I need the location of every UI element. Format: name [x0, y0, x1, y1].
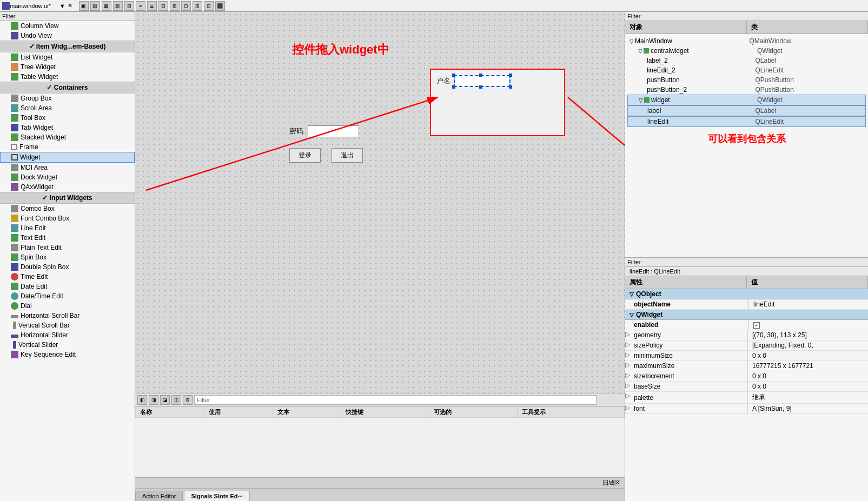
- expand-arrow: ▷: [625, 382, 632, 391]
- props-row-geometry[interactable]: ▷ geometry [(70, 30), 113 x 25]: [625, 330, 868, 340]
- toolbar-btn-3[interactable]: ▦: [102, 1, 111, 11]
- bottom-toolbar-btn-4[interactable]: ◫: [171, 395, 181, 405]
- prop-name: font: [632, 404, 748, 413]
- bottom-toolbar-btn-3[interactable]: ◪: [160, 395, 170, 405]
- tree-name: lineEdit_2: [647, 66, 756, 74]
- sidebar-item-vertical-scroll-bar[interactable]: Vertical Scroll Bar: [0, 320, 135, 330]
- bottom-empty: [135, 442, 625, 478]
- sidebar-item-mdi-area[interactable]: MDI Area: [0, 163, 135, 172]
- username-input-wrapper[interactable]: [454, 75, 511, 87]
- column-view-icon: [11, 22, 18, 30]
- sidebar-item-tab-widget[interactable]: Tab Widget: [0, 123, 135, 132]
- sidebar-item-stacked-widget[interactable]: Stacked Widget: [0, 132, 135, 142]
- expand-arrow: ▷: [625, 351, 632, 360]
- props-row-palette[interactable]: ▷ palette 继承: [625, 392, 868, 404]
- tree-row-pushbutton[interactable]: pushButton QPushButton: [627, 75, 866, 85]
- sidebar-item-frame[interactable]: Frame: [0, 142, 135, 152]
- props-row-maximumsize[interactable]: ▷ maximumSize 16777215 x 1677721: [625, 361, 868, 371]
- toolbar-btn-11[interactable]: ⊞: [193, 1, 202, 11]
- tree-row-widget[interactable]: ▽ widget QWidget: [627, 95, 866, 105]
- username-input[interactable]: [454, 75, 511, 87]
- sidebar-item-time-edit[interactable]: Time Edit: [0, 272, 135, 282]
- sidebar-item-group-box[interactable]: Group Box: [0, 93, 135, 103]
- sidebar-item-horizontal-scroll-bar[interactable]: Horizontal Scroll Bar: [0, 311, 135, 320]
- sidebar-item-qaxwidget[interactable]: QAxWidget: [0, 182, 135, 192]
- tree-row-lineedit2[interactable]: lineEdit_2 QLineEdit: [627, 65, 866, 75]
- sidebar-item-label: Group Box: [21, 95, 51, 102]
- section-label: ✓ Item Widg...em-Based): [29, 43, 106, 50]
- props-row-sizepolicy[interactable]: ▷ sizePolicy [Expanding, Fixed, 0,: [625, 340, 868, 351]
- toolbar-btn-6[interactable]: ≡: [136, 1, 145, 11]
- col-property: 属性: [625, 276, 747, 289]
- sidebar-item-label: Key Sequence Edit: [21, 351, 76, 358]
- sidebar-item-double-spin-box[interactable]: Double Spin Box: [0, 262, 135, 272]
- tree-row-label2[interactable]: label_2 QLabel: [627, 56, 866, 65]
- sidebar-item-font-combo-box[interactable]: Font Combo Box: [0, 213, 135, 223]
- bottom-toolbar-btn-5[interactable]: ⚙: [183, 395, 193, 405]
- sidebar-item-widget[interactable]: Widget: [0, 152, 135, 163]
- sidebar-item-key-sequence-edit[interactable]: Key Sequence Edit: [0, 350, 135, 359]
- sidebar-item-dock-widget[interactable]: Dock Widget: [0, 172, 135, 182]
- sidebar-item-line-edit[interactable]: Line Edit: [0, 223, 135, 233]
- frame-icon: [11, 144, 17, 150]
- toolbar-btn-12[interactable]: ⊟: [204, 1, 214, 11]
- sidebar-item-scroll-area[interactable]: Scroll Area: [0, 103, 135, 113]
- props-row-minimumsize[interactable]: ▷ minimumSize 0 x 0: [625, 351, 868, 361]
- prop-name: enabled: [625, 320, 749, 330]
- tree-row-label[interactable]: label QLabel: [627, 105, 866, 116]
- exit-button[interactable]: 退出: [332, 148, 363, 163]
- props-row-basesize[interactable]: ▷ baseSize 0 x 0: [625, 382, 868, 392]
- sidebar-item-spin-box[interactable]: Spin Box: [0, 252, 135, 262]
- widget-panel: Filter Column View Undo View ✓ Item Widg…: [0, 12, 135, 501]
- widget-list[interactable]: Column View Undo View ✓ Item Widg...em-B…: [0, 21, 135, 501]
- bottom-toolbar-btn-2[interactable]: ◨: [149, 395, 158, 405]
- toolbar-btn-9[interactable]: ⊠: [170, 1, 180, 11]
- right-annotation: 可以看到包含关系: [627, 132, 866, 145]
- props-row-sizeincrement[interactable]: ▷ sizeIncrement 0 x 0: [625, 371, 868, 382]
- toolbar-btn-5[interactable]: ⊞: [124, 1, 134, 11]
- sidebar-item-tree-widget[interactable]: Tree Widget: [0, 62, 135, 72]
- tree-row-mainwindow[interactable]: ▽ MainWindow QMainWindow: [627, 36, 866, 46]
- bottom-toolbar-btn-1[interactable]: ◧: [137, 395, 147, 405]
- tree-row-centralwidget[interactable]: ▽ centralwidget QWidget: [627, 46, 866, 56]
- sidebar-item-dial[interactable]: Dial: [0, 301, 135, 311]
- object-tree[interactable]: ▽ MainWindow QMainWindow ▽ centralwidget…: [625, 34, 868, 257]
- right-tree-header: 对象 类: [625, 21, 868, 34]
- props-row-enabled[interactable]: enabled ✓: [625, 320, 868, 330]
- buttons-row: 登录 退出: [289, 148, 565, 163]
- enabled-checkbox[interactable]: ✓: [753, 322, 760, 329]
- props-row-objectname[interactable]: objectName lineEdit: [625, 299, 868, 310]
- status-text: 旧城区: [602, 479, 620, 487]
- double-spin-box-icon: [11, 263, 18, 271]
- sidebar-item-tool-box[interactable]: Tool Box: [0, 113, 135, 123]
- toolbar-btn-13[interactable]: ⬛: [215, 1, 225, 11]
- sidebar-item-column-view[interactable]: Column View: [0, 21, 135, 31]
- password-input[interactable]: [308, 125, 359, 137]
- toolbar-btn-8[interactable]: ⊟: [158, 1, 168, 11]
- sidebar-item-date-edit[interactable]: Date Edit: [0, 282, 135, 291]
- sidebar-item-horizontal-slider[interactable]: Horizontal Slider: [0, 330, 135, 340]
- tab-action-editor[interactable]: Action Editor: [135, 491, 183, 501]
- props-row-font[interactable]: ▷ font A [SimSun, 9]: [625, 404, 868, 414]
- toolbar-btn-2[interactable]: ▤: [90, 1, 100, 11]
- sidebar-item-undo-view[interactable]: Undo View: [0, 31, 135, 41]
- toolbar-btn-4[interactable]: ▥: [113, 1, 123, 11]
- toolbar-btn-10[interactable]: ⊡: [181, 1, 191, 11]
- tab-signals-slots[interactable]: Signals Slots Ed···: [184, 491, 249, 501]
- login-button[interactable]: 登录: [289, 148, 321, 163]
- toolbar-btn-1[interactable]: ▣: [79, 1, 89, 11]
- sidebar-item-plain-text-edit[interactable]: Plain Text Edit: [0, 243, 135, 252]
- sidebar-item-text-edit[interactable]: Text Edit: [0, 233, 135, 243]
- toolbar-btn-7[interactable]: ≣: [147, 1, 157, 11]
- tree-row-lineedit[interactable]: lineEdit QLineEdit: [627, 116, 866, 127]
- sidebar-item-vertical-slider[interactable]: Vertical Slider: [0, 340, 135, 350]
- col-header-use: 使用: [204, 407, 273, 418]
- font-combo-box-icon: [11, 215, 18, 222]
- bottom-filter-input[interactable]: [194, 395, 597, 405]
- design-area[interactable]: 控件拖入widget中 户名: [135, 12, 625, 393]
- sidebar-item-table-widget[interactable]: Table Widget: [0, 72, 135, 82]
- tree-row-pushbutton2[interactable]: pushButton_2 QPushButton: [627, 85, 866, 95]
- sidebar-item-combo-box[interactable]: Combo Box: [0, 204, 135, 213]
- sidebar-item-datetime-edit[interactable]: Date/Time Edit: [0, 291, 135, 301]
- sidebar-item-list-widget[interactable]: List Widget: [0, 52, 135, 62]
